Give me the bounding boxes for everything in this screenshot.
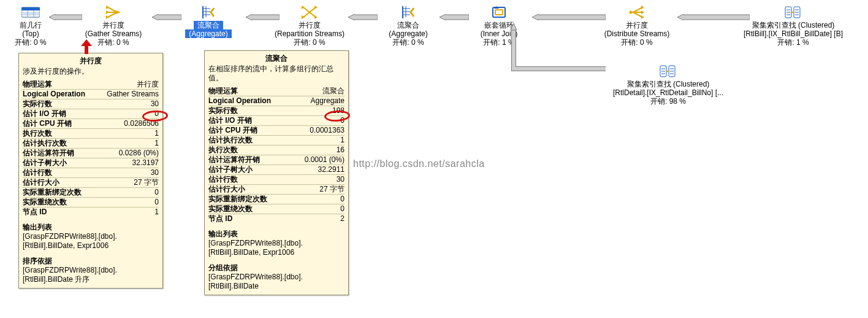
flow-arrow-bent (508, 23, 612, 79)
property-key: 实际重绕次数 (23, 198, 67, 207)
svg-marker-22 (314, 6, 318, 9)
watermark-text: http://blog.csdn.net/sarahcla (353, 158, 485, 169)
op-subtitle: [RtlDetail].[IX_RtlDetail_BillNo] [... (595, 88, 742, 97)
property-value: 30 (151, 99, 159, 109)
tooltip-property-row: 估计执行次数1 (23, 139, 159, 149)
svg-line-34 (633, 12, 642, 17)
annotation-red-arrow-icon (81, 39, 92, 56)
flow-arrow (532, 14, 606, 20)
property-key: 估计行大小 (23, 178, 59, 187)
tooltip-group-by: [GraspFZDRPWrite88].[dbo].[RtlBill].Bill… (208, 273, 345, 291)
property-value: 0 (340, 204, 345, 214)
svg-marker-10 (106, 10, 109, 14)
op-title: 聚集索引查找 (Clustered) (720, 21, 867, 29)
property-value: 27 字节 (319, 185, 345, 194)
property-value: 0.0286 (0%) (119, 149, 159, 158)
property-key: 估计行数 (23, 168, 52, 177)
tooltip-section-header: 输出列表 (23, 223, 159, 232)
property-key: 实际行数 (208, 106, 238, 115)
flow-arrow (246, 14, 280, 20)
tooltip-title: 并行度 (23, 56, 159, 66)
property-key: 估计 CPU 开销 (208, 126, 257, 135)
property-value: 0.0001363 (310, 126, 345, 135)
property-key: 估计运算符开销 (208, 155, 260, 165)
tooltip-property-row: 估计行大小27 字节 (23, 178, 159, 188)
op-cost: 开销: 1 % (720, 38, 867, 47)
property-value: Aggregate (311, 96, 345, 106)
svg-marker-9 (106, 6, 109, 9)
tooltip-property-row: Logical OperationGather Streams (23, 90, 159, 99)
tooltip-property-row: 估计行数30 (208, 175, 345, 185)
property-key: 估计执行次数 (23, 139, 67, 148)
op-cost: 开销: 98 % (595, 97, 742, 106)
property-key: 估计 I/O 开销 (208, 116, 252, 125)
op-subtitle: (Aggregate) (185, 29, 231, 38)
tooltip-property-grid: 物理运算流聚合Logical OperationAggregate实际行数198… (208, 87, 345, 223)
property-value: 2 (340, 214, 345, 223)
op-clustered-seek-1[interactable]: 聚集索引查找 (Clustered) [RtlBill].[IX_RtlBill… (720, 5, 867, 47)
property-key: 节点 ID (23, 207, 47, 217)
property-value: 32.3197 (132, 158, 159, 168)
svg-marker-35 (630, 10, 634, 14)
tooltip-description: 在相应排序的流中，计算多组行的汇总值。 (208, 64, 345, 83)
op-clustered-seek-2[interactable]: 聚集索引查找 (Clustered) [RtlDetail].[IX_RtlDe… (595, 64, 742, 106)
property-key: 实际行数 (23, 99, 52, 109)
tooltip-section-header: 排序依据 (23, 257, 159, 266)
svg-marker-62 (511, 23, 517, 30)
tooltip-property-row: 实际重新绑定次数0 (23, 188, 159, 198)
property-value: 30 (151, 168, 159, 177)
flow-arrow (440, 14, 469, 20)
tooltip-property-row: 估计执行次数1 (208, 136, 345, 145)
tooltip-property-row: 物理运算流聚合 (208, 87, 345, 96)
tooltip-property-grid: 物理运算并行度Logical OperationGather Streams实际… (23, 80, 159, 217)
property-value: 1 (154, 139, 159, 148)
svg-marker-58 (348, 14, 378, 20)
property-value: 0 (154, 188, 159, 197)
property-value: 32.2911 (318, 165, 345, 174)
tooltip-property-row: 实际重新绑定次数0 (208, 195, 345, 204)
svg-marker-37 (641, 10, 644, 14)
tooltip-output-list: [GraspFZDRPWrite88].[dbo].[RtlBill].Bill… (23, 232, 159, 250)
property-key: 实际重新绑定次数 (23, 188, 82, 197)
flow-arrow (348, 14, 378, 20)
annotation-red-circle (142, 110, 169, 122)
property-key: Logical Operation (23, 90, 85, 99)
property-key: 估计行数 (208, 175, 238, 184)
svg-line-8 (108, 12, 117, 17)
property-value: 流聚合 (322, 87, 345, 96)
property-value: Gather Streams (107, 90, 159, 99)
svg-rect-1 (21, 7, 40, 10)
property-key: 节点 ID (208, 214, 232, 223)
op-subtitle: [RtlBill].[IX_RtlBill_BillDate] [B] (720, 29, 867, 38)
svg-marker-36 (641, 6, 644, 9)
property-value: 0.0001 (0%) (305, 155, 345, 165)
flow-arrow (677, 14, 750, 20)
property-value: 0 (154, 198, 159, 207)
op-title: 流聚合 (194, 21, 223, 29)
svg-line-6 (108, 7, 117, 12)
tooltip-gather-streams: 并行度 涉及并行度的操作。 物理运算并行度Logical OperationGa… (18, 53, 163, 289)
svg-marker-56 (152, 14, 181, 20)
op-title: 聚集索引查找 (Clustered) (595, 80, 742, 88)
svg-marker-59 (440, 14, 469, 20)
tooltip-property-row: 执行次数16 (208, 145, 345, 155)
property-key: Logical Operation (208, 96, 271, 106)
op-aggregate-selected[interactable]: 流聚合 (Aggregate) 开销: 0 % (150, 5, 267, 47)
tooltip-section-header: 分组依据 (208, 263, 345, 273)
svg-marker-23 (314, 15, 318, 19)
tooltip-output-list: [GraspFZDRPWrite88].[dbo].[RtlBill].Bill… (208, 239, 345, 257)
property-key: 实际重新绑定次数 (208, 195, 267, 204)
tooltip-property-row: 实际重绕次数0 (23, 198, 159, 207)
tooltip-property-row: 估计 CPU 开销0.0001363 (208, 126, 345, 136)
tooltip-property-row: 估计行大小27 字节 (208, 185, 345, 195)
tooltip-property-row: 估计 CPU 开销0.0286506 (23, 119, 159, 129)
svg-marker-60 (532, 14, 606, 20)
tooltip-section-header: 输出列表 (208, 230, 345, 239)
tooltip-property-row: 估计子树大小32.3197 (23, 158, 159, 168)
property-key: 估计 I/O 开销 (23, 109, 66, 118)
svg-marker-61 (677, 14, 750, 20)
tooltip-description: 涉及并行度的操作。 (23, 67, 159, 76)
svg-rect-30 (495, 10, 503, 15)
property-key: 估计子树大小 (23, 158, 67, 168)
property-key: 估计运算符开销 (23, 149, 74, 158)
